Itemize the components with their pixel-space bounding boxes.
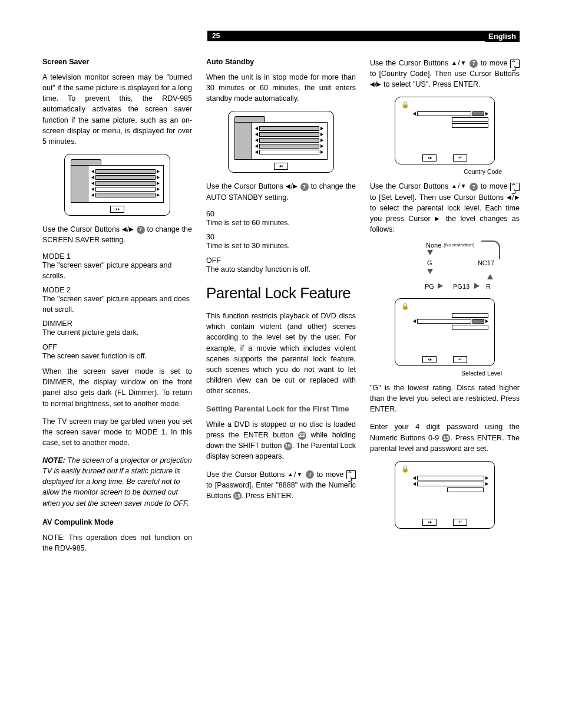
first-time-p2: Use the Cursor Buttons ▲/▼ 7 to move to … bbox=[206, 469, 356, 501]
set-level-instr: Use the Cursor Buttons ▲/▼ 7 to move to … bbox=[370, 181, 520, 235]
right-arrow-icon: ▶ bbox=[514, 194, 520, 200]
dimmer-label: DIMMER bbox=[42, 319, 192, 328]
dimmer-paragraph: When the screen saver mode is set to DIM… bbox=[42, 366, 192, 409]
right-arrow-icon: ▶ bbox=[129, 226, 134, 232]
ref-13-icon: 13 bbox=[442, 434, 450, 442]
ref-7-icon: 7 bbox=[137, 226, 145, 234]
cursor-pointer-icon bbox=[346, 470, 356, 479]
up-arrow-icon: ▲ bbox=[451, 60, 458, 66]
selected-level-illustration: 🔒 ↵ bbox=[370, 298, 520, 366]
left-arrow-icon: ◀ bbox=[286, 183, 290, 190]
mode2-desc: The "screen saver" picture appears and d… bbox=[42, 294, 192, 315]
left-arrow-icon: ◀ bbox=[507, 194, 512, 200]
password-illustration: 🔒 ↵ bbox=[370, 461, 520, 529]
mode1-label: MODE 1 bbox=[42, 252, 192, 261]
auto-standby-illustration bbox=[206, 111, 356, 173]
auto-standby-intro: When the unit is in stop mode for more t… bbox=[206, 72, 356, 104]
opt60-label: 60 bbox=[206, 210, 356, 218]
parental-lock-title: Parental Lock Feature bbox=[206, 284, 356, 302]
password-paragraph: Enter your 4 digit password using the Nu… bbox=[370, 421, 520, 453]
country-code-caption: Country Code bbox=[370, 168, 502, 175]
down-arrow-icon: ▼ bbox=[459, 183, 467, 190]
av-compulink-heading: AV Compulink Mode bbox=[42, 518, 192, 526]
down-arrow-icon: ▼ bbox=[296, 471, 303, 477]
column-1: Screen Saver A television monitor screen… bbox=[42, 58, 192, 561]
left-arrow-icon: ◀ bbox=[370, 81, 375, 88]
rating-cycle-diagram: None (No restriction) G NC17 PG PG13 R bbox=[392, 242, 498, 290]
mode2-label: MODE 2 bbox=[42, 286, 192, 294]
page-header: 25 English bbox=[42, 31, 520, 41]
auto-standby-cursor-instr: Use the Cursor Buttons ◀/▶ 7 to change t… bbox=[206, 181, 356, 202]
off-desc: The screen saver function is off. bbox=[42, 351, 192, 362]
first-time-p1: While a DVD is stopped or no disc is loa… bbox=[206, 419, 356, 462]
optoff-label: OFF bbox=[206, 256, 356, 265]
off-label: OFF bbox=[42, 343, 192, 351]
ref-7-icon: 7 bbox=[300, 183, 309, 191]
country-code-instr: Use the Cursor Buttons ▲/▼ 7 to move to … bbox=[370, 58, 520, 90]
ref-22-icon: 22 bbox=[298, 431, 306, 440]
first-time-heading: Setting Parental Lock for the First Time bbox=[206, 404, 356, 414]
cursor-pointer-icon bbox=[510, 60, 520, 68]
opt30-label: 30 bbox=[206, 233, 356, 241]
g-lowest-paragraph: "G" is the lowest rating. Discs rated hi… bbox=[370, 383, 520, 414]
ref-15-icon: 15 bbox=[284, 442, 292, 450]
opt30-desc: Time is set to 30 minutes. bbox=[206, 241, 356, 252]
up-arrow-icon: ▲ bbox=[287, 471, 294, 477]
lock-icon: 🔒 bbox=[401, 465, 409, 473]
screen-saver-note: NOTE: The screen of a projector or proje… bbox=[42, 455, 192, 509]
screen-saver-intro: A television monitor screen may be "burn… bbox=[42, 72, 192, 147]
column-3: Use the Cursor Buttons ▲/▼ 7 to move to … bbox=[370, 58, 520, 561]
lock-icon: 🔒 bbox=[401, 302, 409, 310]
opt60-desc: Time is set to 60 minutes. bbox=[206, 218, 356, 229]
right-arrow-icon: ▶ bbox=[435, 215, 442, 222]
down-arrow-icon: ▼ bbox=[459, 60, 467, 66]
page-number: 25 bbox=[207, 31, 224, 41]
ref-7-icon: 7 bbox=[470, 183, 478, 191]
right-arrow-icon: ▶ bbox=[293, 183, 298, 190]
auto-standby-heading: Auto Standby bbox=[206, 58, 356, 66]
av-compulink-body: NOTE: This operation does not function o… bbox=[42, 532, 192, 554]
optoff-desc: The auto standby function is off. bbox=[206, 265, 356, 275]
parental-lock-intro: This function restricts playback of DVD … bbox=[206, 311, 356, 396]
up-arrow-icon: ▲ bbox=[451, 183, 458, 190]
lock-icon: 🔒 bbox=[401, 101, 409, 108]
cursor-pointer-icon bbox=[510, 183, 520, 191]
garbled-paragraph: The TV screen may be garbled when you se… bbox=[42, 416, 192, 448]
ref-7-icon: 7 bbox=[470, 60, 478, 68]
column-2: Auto Standby When the unit is in stop mo… bbox=[206, 58, 356, 561]
ref-13-icon: 13 bbox=[233, 492, 242, 500]
screen-saver-illustration bbox=[42, 154, 192, 216]
selected-level-caption: Selected Level bbox=[370, 370, 502, 377]
dimmer-desc: The current picture gets dark. bbox=[42, 328, 192, 338]
language-label: English bbox=[485, 31, 520, 42]
left-arrow-icon: ◀ bbox=[122, 226, 127, 232]
mode1-desc: The "screen saver" picture appears and s… bbox=[42, 261, 192, 281]
ref-7-icon: 7 bbox=[306, 470, 314, 479]
screen-saver-heading: Screen Saver bbox=[42, 58, 192, 66]
country-code-illustration: 🔒 ↵ bbox=[370, 97, 520, 164]
screen-saver-cursor-instr: Use the Cursor Buttons ◀/▶ 7 to change t… bbox=[42, 224, 192, 245]
